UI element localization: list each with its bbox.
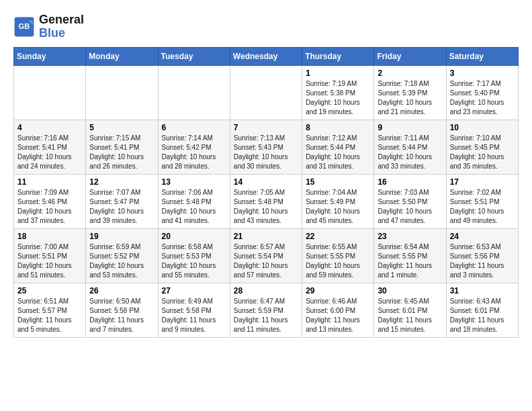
day-info: Sunrise: 6:55 AM Sunset: 5:55 PM Dayligh… (306, 242, 370, 280)
header-tuesday: Tuesday (158, 47, 230, 65)
logo-text: General Blue (39, 13, 84, 40)
day-info: Sunrise: 7:00 AM Sunset: 5:51 PM Dayligh… (17, 242, 82, 280)
day-info: Sunrise: 6:50 AM Sunset: 5:58 PM Dayligh… (89, 297, 154, 334)
day-info: Sunrise: 6:47 AM Sunset: 5:59 PM Dayligh… (234, 297, 298, 334)
calendar-cell: 31Sunrise: 6:43 AM Sunset: 6:01 PM Dayli… (446, 283, 518, 337)
calendar-cell: 23Sunrise: 6:54 AM Sunset: 5:55 PM Dayli… (374, 228, 446, 283)
page-header: GB General Blue (13, 13, 519, 40)
day-info: Sunrise: 7:14 AM Sunset: 5:42 PM Dayligh… (162, 134, 226, 171)
day-number: 23 (378, 232, 442, 241)
calendar-week-3: 11Sunrise: 7:09 AM Sunset: 5:46 PM Dayli… (14, 174, 519, 228)
day-info: Sunrise: 6:51 AM Sunset: 5:57 PM Dayligh… (17, 297, 82, 334)
calendar-cell (230, 65, 302, 120)
day-info: Sunrise: 7:12 AM Sunset: 5:44 PM Dayligh… (306, 134, 370, 171)
calendar-cell: 19Sunrise: 6:59 AM Sunset: 5:52 PM Dayli… (86, 228, 158, 283)
header-friday: Friday (374, 47, 446, 65)
header-thursday: Thursday (302, 47, 374, 65)
calendar-cell: 2Sunrise: 7:18 AM Sunset: 5:39 PM Daylig… (374, 65, 446, 120)
calendar-week-4: 18Sunrise: 7:00 AM Sunset: 5:51 PM Dayli… (14, 228, 519, 283)
day-number: 27 (162, 286, 226, 295)
day-info: Sunrise: 6:59 AM Sunset: 5:52 PM Dayligh… (89, 242, 154, 280)
calendar-cell: 30Sunrise: 6:45 AM Sunset: 6:01 PM Dayli… (374, 283, 446, 337)
day-number: 1 (306, 68, 370, 78)
day-number: 16 (378, 177, 442, 187)
calendar-cell: 10Sunrise: 7:10 AM Sunset: 5:45 PM Dayli… (446, 120, 518, 174)
header-wednesday: Wednesday (230, 47, 302, 65)
calendar-cell: 25Sunrise: 6:51 AM Sunset: 5:57 PM Dayli… (14, 283, 86, 337)
day-number: 10 (450, 123, 515, 132)
calendar-header-row: SundayMondayTuesdayWednesdayThursdayFrid… (14, 47, 519, 65)
calendar-cell: 16Sunrise: 7:03 AM Sunset: 5:50 PM Dayli… (374, 174, 446, 228)
day-info: Sunrise: 7:02 AM Sunset: 5:51 PM Dayligh… (450, 188, 515, 226)
day-number: 31 (450, 286, 515, 295)
header-monday: Monday (86, 47, 158, 65)
day-number: 26 (89, 286, 154, 295)
day-number: 12 (89, 177, 154, 187)
day-number: 22 (306, 232, 370, 241)
day-info: Sunrise: 6:57 AM Sunset: 5:54 PM Dayligh… (234, 242, 298, 280)
day-info: Sunrise: 6:43 AM Sunset: 6:01 PM Dayligh… (450, 297, 515, 334)
calendar-cell: 5Sunrise: 7:15 AM Sunset: 5:41 PM Daylig… (86, 120, 158, 174)
day-number: 7 (234, 123, 298, 132)
day-number: 15 (306, 177, 370, 187)
calendar-cell: 12Sunrise: 7:07 AM Sunset: 5:47 PM Dayli… (86, 174, 158, 228)
day-info: Sunrise: 7:11 AM Sunset: 5:44 PM Dayligh… (378, 134, 442, 171)
calendar-cell: 4Sunrise: 7:16 AM Sunset: 5:41 PM Daylig… (14, 120, 86, 174)
day-number: 4 (17, 123, 82, 132)
day-number: 14 (234, 177, 298, 187)
logo: GB General Blue (13, 13, 84, 40)
day-number: 24 (450, 232, 515, 241)
day-number: 25 (17, 286, 82, 295)
calendar-cell: 27Sunrise: 6:49 AM Sunset: 5:58 PM Dayli… (158, 283, 230, 337)
calendar-cell (86, 65, 158, 120)
day-number: 17 (450, 177, 515, 187)
day-info: Sunrise: 7:06 AM Sunset: 5:48 PM Dayligh… (162, 188, 226, 226)
day-info: Sunrise: 6:49 AM Sunset: 5:58 PM Dayligh… (162, 297, 226, 334)
calendar-cell: 7Sunrise: 7:13 AM Sunset: 5:43 PM Daylig… (230, 120, 302, 174)
calendar-cell: 8Sunrise: 7:12 AM Sunset: 5:44 PM Daylig… (302, 120, 374, 174)
header-saturday: Saturday (446, 47, 518, 65)
day-info: Sunrise: 7:07 AM Sunset: 5:47 PM Dayligh… (89, 188, 154, 226)
day-info: Sunrise: 7:16 AM Sunset: 5:41 PM Dayligh… (17, 134, 82, 171)
day-number: 18 (17, 232, 82, 241)
day-number: 8 (306, 123, 370, 132)
calendar-cell: 14Sunrise: 7:05 AM Sunset: 5:48 PM Dayli… (230, 174, 302, 228)
logo-icon: GB (13, 16, 35, 38)
day-number: 2 (378, 68, 442, 78)
day-number: 9 (378, 123, 442, 132)
day-number: 21 (234, 232, 298, 241)
svg-text:GB: GB (19, 22, 30, 30)
calendar-cell: 11Sunrise: 7:09 AM Sunset: 5:46 PM Dayli… (14, 174, 86, 228)
calendar-cell: 22Sunrise: 6:55 AM Sunset: 5:55 PM Dayli… (302, 228, 374, 283)
day-info: Sunrise: 7:10 AM Sunset: 5:45 PM Dayligh… (450, 134, 515, 171)
day-number: 13 (162, 177, 226, 187)
day-info: Sunrise: 7:19 AM Sunset: 5:38 PM Dayligh… (306, 79, 370, 117)
day-info: Sunrise: 7:18 AM Sunset: 5:39 PM Dayligh… (378, 79, 442, 117)
day-info: Sunrise: 7:15 AM Sunset: 5:41 PM Dayligh… (89, 134, 154, 171)
calendar-cell (14, 65, 86, 120)
calendar-cell: 28Sunrise: 6:47 AM Sunset: 5:59 PM Dayli… (230, 283, 302, 337)
calendar-cell: 3Sunrise: 7:17 AM Sunset: 5:40 PM Daylig… (446, 65, 518, 120)
day-info: Sunrise: 6:45 AM Sunset: 6:01 PM Dayligh… (378, 297, 442, 334)
calendar-week-2: 4Sunrise: 7:16 AM Sunset: 5:41 PM Daylig… (14, 120, 519, 174)
calendar-cell: 20Sunrise: 6:58 AM Sunset: 5:53 PM Dayli… (158, 228, 230, 283)
day-info: Sunrise: 7:13 AM Sunset: 5:43 PM Dayligh… (234, 134, 298, 171)
day-number: 30 (378, 286, 442, 295)
day-info: Sunrise: 6:58 AM Sunset: 5:53 PM Dayligh… (162, 242, 226, 280)
day-number: 20 (162, 232, 226, 241)
header-sunday: Sunday (14, 47, 86, 65)
day-number: 19 (89, 232, 154, 241)
calendar-cell: 21Sunrise: 6:57 AM Sunset: 5:54 PM Dayli… (230, 228, 302, 283)
calendar-cell: 18Sunrise: 7:00 AM Sunset: 5:51 PM Dayli… (14, 228, 86, 283)
day-info: Sunrise: 7:17 AM Sunset: 5:40 PM Dayligh… (450, 79, 515, 117)
calendar-cell: 9Sunrise: 7:11 AM Sunset: 5:44 PM Daylig… (374, 120, 446, 174)
day-number: 6 (162, 123, 226, 132)
calendar-cell: 6Sunrise: 7:14 AM Sunset: 5:42 PM Daylig… (158, 120, 230, 174)
calendar-cell: 29Sunrise: 6:46 AM Sunset: 6:00 PM Dayli… (302, 283, 374, 337)
calendar-cell: 24Sunrise: 6:53 AM Sunset: 5:56 PM Dayli… (446, 228, 518, 283)
calendar-table: SundayMondayTuesdayWednesdayThursdayFrid… (13, 47, 519, 338)
calendar-cell: 26Sunrise: 6:50 AM Sunset: 5:58 PM Dayli… (86, 283, 158, 337)
day-info: Sunrise: 7:05 AM Sunset: 5:48 PM Dayligh… (234, 188, 298, 226)
calendar-cell: 17Sunrise: 7:02 AM Sunset: 5:51 PM Dayli… (446, 174, 518, 228)
day-number: 29 (306, 286, 370, 295)
